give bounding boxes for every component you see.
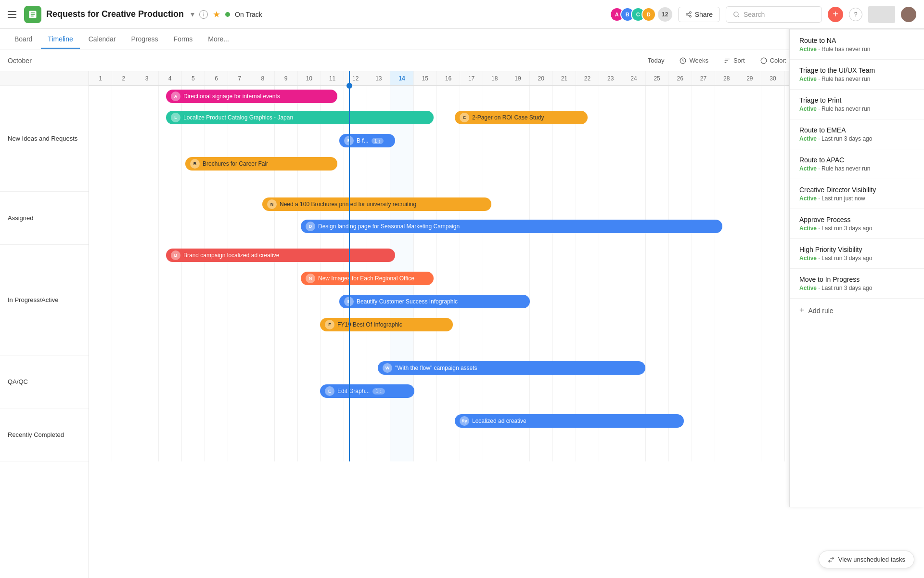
tab-timeline[interactable]: Timeline <box>41 30 79 49</box>
task-avatar: W <box>383 363 392 373</box>
task-bar[interactable]: BBrochures for Career Fair <box>185 157 337 171</box>
task-bar[interactable]: BB f...1 ↕ <box>339 134 395 147</box>
rule-active-indicator: Active <box>799 135 817 142</box>
rule-name: Approve Process <box>799 216 914 223</box>
task-label: Localized ad creative <box>472 418 526 424</box>
today-button[interactable]: Today <box>643 54 669 67</box>
toolbar: October Today Weeks Sort Color: Default … <box>0 50 924 71</box>
rule-name: High Priority Visibility <box>799 246 914 253</box>
day-cell-3: 3 <box>135 71 158 85</box>
task-label: B f... <box>357 137 369 144</box>
view-unscheduled-button[interactable]: View unscheduled tasks <box>819 551 914 568</box>
add-rule-button[interactable]: +Add rule <box>790 299 924 322</box>
task-bar[interactable]: BBeautify Customer Success Infographic <box>339 295 530 308</box>
task-bar[interactable]: NNeed a 100 Brochures printed for univer… <box>262 197 491 211</box>
svg-line-3 <box>688 14 690 15</box>
rule-item[interactable]: High Priority VisibilityActive · Last ru… <box>790 239 924 269</box>
search-box[interactable]: Search <box>726 6 822 23</box>
day-cell-23: 23 <box>599 71 622 85</box>
task-bar[interactable]: BBrand campaign localized ad creative <box>166 249 395 262</box>
share-label: Share <box>695 11 713 18</box>
integrations-icon <box>868 6 895 23</box>
rule-item[interactable]: Approve ProcessActive · Last run 3 days … <box>790 209 924 239</box>
weeks-button[interactable]: Weeks <box>675 54 713 67</box>
task-bar[interactable]: LLocalize Product Catalog Graphics - Jap… <box>166 111 434 124</box>
task-avatar: A <box>171 92 180 101</box>
hamburger-menu[interactable] <box>8 9 19 20</box>
task-bar[interactable]: FFY19 Best Of Infographic <box>320 318 453 331</box>
task-label: Need a 100 Brochures printed for univers… <box>280 201 416 208</box>
task-avatar: C <box>460 113 469 122</box>
task-bar[interactable]: EEdit Graph...1 ↕ <box>320 384 414 398</box>
task-label: Localize Product Catalog Graphics - Japa… <box>183 114 293 121</box>
avatar: D <box>642 7 656 22</box>
day-cell-29: 29 <box>738 71 761 85</box>
tab-progress[interactable]: Progress <box>125 30 165 49</box>
title-dropdown-icon[interactable]: ▾ <box>191 10 194 19</box>
rule-active-indicator: Active <box>799 285 817 291</box>
add-button[interactable]: + <box>828 7 843 22</box>
rule-item[interactable]: Route to EMEAActive · Last run 3 days ag… <box>790 119 924 149</box>
row-label-assigned: Assigned <box>0 192 89 245</box>
tab-calendar[interactable]: Calendar <box>82 30 123 49</box>
rule-last-run: Rule has never run <box>821 105 870 112</box>
svg-point-5 <box>734 12 738 16</box>
task-avatar: L <box>171 113 180 122</box>
task-avatar: B <box>344 297 354 306</box>
rule-active-indicator: Active <box>799 255 817 262</box>
rule-active-indicator: Active <box>799 76 817 82</box>
rule-status: Active · Rule has never run <box>799 76 914 82</box>
rule-item[interactable]: Triage to the UI/UX TeamActive · Rule ha… <box>790 71 924 90</box>
rule-item[interactable]: Triage to PrintActive · Rule has never r… <box>790 90 924 119</box>
rule-name: Move to In Progress <box>799 276 914 283</box>
task-label: FY19 Best Of Infographic <box>337 321 402 328</box>
task-bar[interactable]: NNew Images for Each Regional Office <box>301 272 434 285</box>
task-label: Design landing page for Seasonal Marketi… <box>318 223 460 230</box>
rule-item[interactable]: Move to In ProgressActive · Last run 3 d… <box>790 269 924 299</box>
tab-forms[interactable]: Forms <box>167 30 200 49</box>
month-label: October <box>8 57 32 65</box>
rule-name: Route to EMEA <box>799 126 914 134</box>
task-bar[interactable]: W"With the flow" campaign assets <box>378 361 645 375</box>
day-cell-7: 7 <box>228 71 251 85</box>
avatars-group: A B C D 12 <box>610 7 672 22</box>
rule-name: Route to APAC <box>799 156 914 164</box>
tab-board[interactable]: Board <box>8 30 39 49</box>
rule-item[interactable]: Route to APACActive · Rule has never run <box>790 149 924 179</box>
day-cell-15: 15 <box>414 71 437 85</box>
rule-last-run: Last run 3 days ago <box>821 135 872 142</box>
rules-panel: Triage to the Graphics TeamActive · Last… <box>789 71 924 507</box>
task-bar[interactable]: ADirectional signage for internal events <box>166 90 337 103</box>
rule-last-run: Last run 3 days ago <box>821 255 872 262</box>
nav-tabs: Board Timeline Calendar Progress Forms M… <box>0 29 924 50</box>
sort-button[interactable]: Sort <box>719 54 750 67</box>
day-cell-16: 16 <box>437 71 460 85</box>
rule-status: Active · Rule has never run <box>799 105 914 112</box>
day-cell-10: 10 <box>298 71 321 85</box>
task-bar[interactable]: RyLocalized ad creative <box>455 414 684 428</box>
task-avatar: F <box>325 320 334 329</box>
svg-point-0 <box>689 12 691 13</box>
share-button[interactable]: Share <box>678 7 720 22</box>
task-bar[interactable]: DDesign landing page for Seasonal Market… <box>301 220 722 233</box>
help-button[interactable]: ? <box>849 8 862 21</box>
info-icon[interactable]: i <box>199 10 208 19</box>
svg-line-6 <box>738 15 739 17</box>
profile-avatar[interactable] <box>901 7 916 22</box>
day-cell-2: 2 <box>112 71 135 85</box>
rule-item[interactable]: Creative Director VisibilityActive · Las… <box>790 179 924 209</box>
rule-name: Triage to Print <box>799 96 914 104</box>
task-badge: 1 ↕ <box>372 138 384 144</box>
task-bar[interactable]: C2-Pager on ROI Case Study <box>455 111 588 124</box>
task-label: Edit Graph... <box>337 388 370 394</box>
task-avatar: N <box>267 199 277 209</box>
task-avatar: B <box>344 136 354 145</box>
day-cell-17: 17 <box>460 71 483 85</box>
tab-more[interactable]: More... <box>201 30 236 49</box>
task-label: Beautify Customer Success Infographic <box>357 298 458 305</box>
star-icon[interactable]: ★ <box>213 9 220 20</box>
app-logo <box>24 6 41 23</box>
row-label-completed: Recently Completed <box>0 408 89 461</box>
task-label: Brand campaign localized ad creative <box>183 252 279 259</box>
unscheduled-label: View unscheduled tasks <box>838 556 905 563</box>
